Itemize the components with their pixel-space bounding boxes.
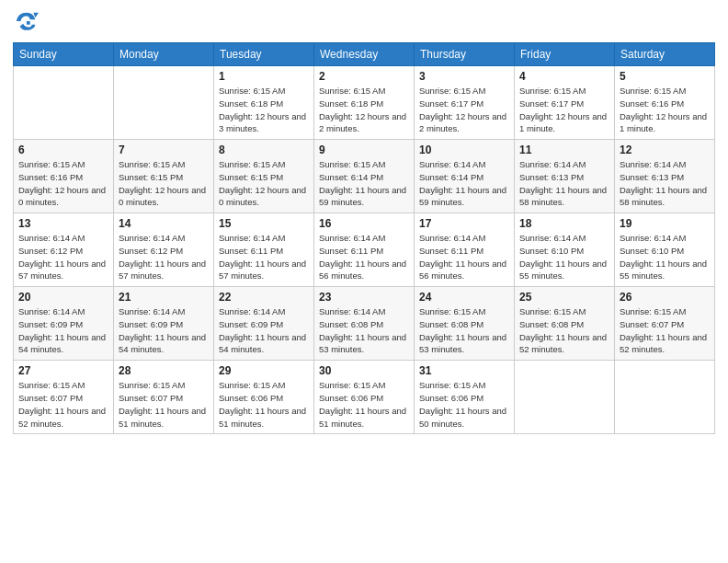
calendar-cell: 5Sunrise: 6:15 AMSunset: 6:16 PMDaylight… [615, 66, 715, 140]
weekday-header: Wednesday [314, 43, 415, 66]
calendar-cell: 29Sunrise: 6:15 AMSunset: 6:06 PMDayligh… [214, 361, 314, 434]
day-info: Sunrise: 6:15 AMSunset: 6:17 PMDaylight:… [519, 85, 609, 135]
day-number: 31 [419, 364, 509, 377]
weekday-header: Saturday [615, 43, 715, 66]
day-number: 7 [119, 144, 209, 156]
day-info: Sunrise: 6:14 AMSunset: 6:09 PMDaylight:… [219, 305, 309, 356]
day-info: Sunrise: 6:14 AMSunset: 6:12 PMDaylight:… [119, 232, 209, 282]
logo-icon [13, 9, 39, 35]
day-info: Sunrise: 6:15 AMSunset: 6:08 PMDaylight:… [519, 305, 609, 356]
weekday-header: Sunday [14, 43, 114, 66]
calendar-cell: 19Sunrise: 6:14 AMSunset: 6:10 PMDayligh… [615, 213, 715, 287]
calendar-cell: 23Sunrise: 6:14 AMSunset: 6:08 PMDayligh… [314, 287, 415, 361]
day-info: Sunrise: 6:14 AMSunset: 6:11 PMDaylight:… [319, 232, 409, 282]
day-number: 20 [18, 291, 108, 304]
day-info: Sunrise: 6:14 AMSunset: 6:09 PMDaylight:… [119, 305, 209, 356]
calendar-cell: 26Sunrise: 6:15 AMSunset: 6:07 PMDayligh… [615, 287, 715, 361]
calendar-cell: 31Sunrise: 6:15 AMSunset: 6:06 PMDayligh… [415, 361, 515, 434]
calendar-cell: 7Sunrise: 6:15 AMSunset: 6:15 PMDaylight… [114, 140, 214, 213]
calendar-week-row: 27Sunrise: 6:15 AMSunset: 6:07 PMDayligh… [14, 361, 715, 434]
day-info: Sunrise: 6:15 AMSunset: 6:16 PMDaylight:… [620, 85, 710, 135]
calendar-cell: 1Sunrise: 6:15 AMSunset: 6:18 PMDaylight… [214, 66, 314, 140]
day-number: 8 [219, 144, 309, 156]
calendar-cell: 21Sunrise: 6:14 AMSunset: 6:09 PMDayligh… [114, 287, 214, 361]
day-number: 6 [18, 144, 108, 156]
day-info: Sunrise: 6:15 AMSunset: 6:15 PMDaylight:… [219, 158, 309, 209]
day-info: Sunrise: 6:15 AMSunset: 6:06 PMDaylight:… [419, 379, 509, 430]
calendar-cell: 30Sunrise: 6:15 AMSunset: 6:06 PMDayligh… [314, 361, 415, 434]
calendar-cell: 15Sunrise: 6:14 AMSunset: 6:11 PMDayligh… [214, 213, 314, 287]
day-number: 19 [620, 217, 710, 230]
day-info: Sunrise: 6:15 AMSunset: 6:16 PMDaylight:… [18, 158, 108, 209]
day-info: Sunrise: 6:15 AMSunset: 6:07 PMDaylight:… [18, 379, 108, 430]
calendar-cell [14, 66, 114, 140]
day-number: 29 [219, 364, 309, 377]
calendar-cell: 2Sunrise: 6:15 AMSunset: 6:18 PMDaylight… [314, 66, 415, 140]
day-number: 1 [219, 70, 309, 83]
weekday-header: Tuesday [214, 43, 314, 66]
day-number: 23 [319, 291, 409, 304]
day-info: Sunrise: 6:15 AMSunset: 6:17 PMDaylight:… [419, 85, 509, 135]
calendar-cell: 11Sunrise: 6:14 AMSunset: 6:13 PMDayligh… [515, 140, 615, 213]
day-info: Sunrise: 6:15 AMSunset: 6:18 PMDaylight:… [219, 85, 309, 135]
day-info: Sunrise: 6:14 AMSunset: 6:14 PMDaylight:… [419, 158, 509, 209]
day-info: Sunrise: 6:15 AMSunset: 6:15 PMDaylight:… [119, 158, 209, 209]
day-number: 27 [18, 364, 108, 377]
day-number: 12 [620, 144, 710, 156]
calendar-cell [114, 66, 214, 140]
day-info: Sunrise: 6:15 AMSunset: 6:06 PMDaylight:… [319, 379, 409, 430]
calendar-week-row: 1Sunrise: 6:15 AMSunset: 6:18 PMDaylight… [14, 66, 715, 140]
calendar-cell: 28Sunrise: 6:15 AMSunset: 6:07 PMDayligh… [114, 361, 214, 434]
calendar-week-row: 6Sunrise: 6:15 AMSunset: 6:16 PMDaylight… [14, 140, 715, 213]
logo [13, 9, 42, 35]
day-number: 18 [519, 217, 609, 230]
day-info: Sunrise: 6:15 AMSunset: 6:07 PMDaylight:… [620, 305, 710, 356]
page: SundayMondayTuesdayWednesdayThursdayFrid… [0, 0, 728, 563]
day-number: 21 [119, 291, 209, 304]
day-number: 4 [519, 70, 609, 83]
calendar-cell [515, 361, 615, 434]
calendar-cell: 22Sunrise: 6:14 AMSunset: 6:09 PMDayligh… [214, 287, 314, 361]
day-number: 24 [419, 291, 509, 304]
calendar-cell: 16Sunrise: 6:14 AMSunset: 6:11 PMDayligh… [314, 213, 415, 287]
day-info: Sunrise: 6:15 AMSunset: 6:14 PMDaylight:… [319, 158, 409, 209]
weekday-header: Monday [114, 43, 214, 66]
day-number: 5 [620, 70, 710, 83]
day-info: Sunrise: 6:14 AMSunset: 6:11 PMDaylight:… [219, 232, 309, 282]
day-info: Sunrise: 6:15 AMSunset: 6:06 PMDaylight:… [219, 379, 309, 430]
calendar-cell: 18Sunrise: 6:14 AMSunset: 6:10 PMDayligh… [515, 213, 615, 287]
day-info: Sunrise: 6:15 AMSunset: 6:18 PMDaylight:… [319, 85, 409, 135]
day-info: Sunrise: 6:15 AMSunset: 6:08 PMDaylight:… [419, 305, 509, 356]
calendar-cell: 14Sunrise: 6:14 AMSunset: 6:12 PMDayligh… [114, 213, 214, 287]
calendar-cell [615, 361, 715, 434]
day-number: 11 [519, 144, 609, 156]
calendar-cell: 17Sunrise: 6:14 AMSunset: 6:11 PMDayligh… [415, 213, 515, 287]
weekday-header: Thursday [415, 43, 515, 66]
calendar-week-row: 13Sunrise: 6:14 AMSunset: 6:12 PMDayligh… [14, 213, 715, 287]
calendar-cell: 6Sunrise: 6:15 AMSunset: 6:16 PMDaylight… [14, 140, 114, 213]
day-number: 25 [519, 291, 609, 304]
calendar-cell: 10Sunrise: 6:14 AMSunset: 6:14 PMDayligh… [415, 140, 515, 213]
day-info: Sunrise: 6:14 AMSunset: 6:11 PMDaylight:… [419, 232, 509, 282]
day-info: Sunrise: 6:14 AMSunset: 6:12 PMDaylight:… [18, 232, 108, 282]
day-info: Sunrise: 6:15 AMSunset: 6:07 PMDaylight:… [119, 379, 209, 430]
calendar-cell: 25Sunrise: 6:15 AMSunset: 6:08 PMDayligh… [515, 287, 615, 361]
day-info: Sunrise: 6:14 AMSunset: 6:10 PMDaylight:… [519, 232, 609, 282]
day-number: 10 [419, 144, 509, 156]
calendar-week-row: 20Sunrise: 6:14 AMSunset: 6:09 PMDayligh… [14, 287, 715, 361]
header [13, 9, 715, 35]
calendar-cell: 4Sunrise: 6:15 AMSunset: 6:17 PMDaylight… [515, 66, 615, 140]
calendar-table: SundayMondayTuesdayWednesdayThursdayFrid… [13, 42, 715, 434]
day-number: 28 [119, 364, 209, 377]
day-info: Sunrise: 6:14 AMSunset: 6:13 PMDaylight:… [620, 158, 710, 209]
day-info: Sunrise: 6:14 AMSunset: 6:10 PMDaylight:… [620, 232, 710, 282]
day-number: 16 [319, 217, 409, 230]
day-info: Sunrise: 6:14 AMSunset: 6:09 PMDaylight:… [18, 305, 108, 356]
day-number: 2 [319, 70, 409, 83]
day-info: Sunrise: 6:14 AMSunset: 6:08 PMDaylight:… [319, 305, 409, 356]
day-number: 26 [620, 291, 710, 304]
day-number: 13 [18, 217, 108, 230]
calendar-cell: 8Sunrise: 6:15 AMSunset: 6:15 PMDaylight… [214, 140, 314, 213]
calendar-cell: 9Sunrise: 6:15 AMSunset: 6:14 PMDaylight… [314, 140, 415, 213]
day-number: 17 [419, 217, 509, 230]
